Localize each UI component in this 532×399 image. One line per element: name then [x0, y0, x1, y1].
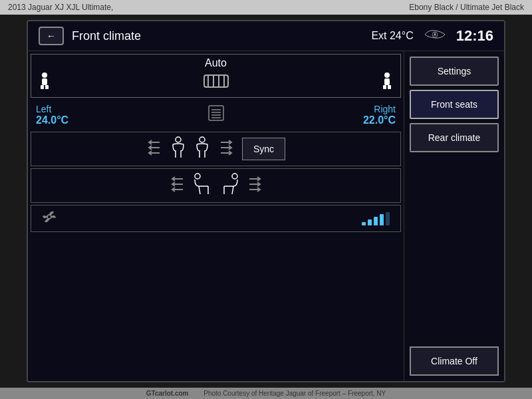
- auto-icons: [35, 72, 396, 93]
- car-subtitle: Ebony Black / Ultimate Jet Black: [409, 3, 524, 12]
- left-seat-icon: [35, 72, 54, 93]
- left-person-upper-icon: [168, 136, 189, 162]
- right-person-lower-icon: [217, 173, 241, 198]
- right-seat-icon: [378, 72, 396, 93]
- svg-rect-13: [388, 85, 391, 89]
- sync-button[interactable]: Sync: [242, 138, 285, 160]
- right-lower-arrows-icon: [244, 176, 263, 195]
- top-info-bar: 2013 Jaguar XJ XJL Ultimate, Ebony Black…: [0, 0, 532, 15]
- settings-button[interactable]: Settings: [410, 57, 499, 86]
- right-temp: Right 22.0°C: [363, 104, 396, 126]
- temperature-row: Left 24.0°C Right: [31, 100, 401, 129]
- screen-title: Front climate: [72, 29, 363, 43]
- right-person-upper-icon: [192, 136, 213, 162]
- svg-rect-11: [384, 78, 390, 85]
- svg-point-1: [42, 72, 47, 78]
- bar-3: [374, 217, 378, 225]
- svg-point-10: [384, 72, 390, 78]
- vent-icon: [203, 74, 229, 91]
- svg-point-31: [232, 174, 237, 179]
- auto-row: Auto: [31, 54, 401, 98]
- left-upper-arrows-icon: [146, 140, 165, 158]
- photo-credit-text: Photo Courtesy of Heritage Jaguar of Fre…: [203, 390, 386, 397]
- sidebar-spacer: [410, 156, 499, 342]
- photo-credit-bar: GTcarlot.com Photo Courtesy of Heritage …: [0, 388, 532, 399]
- svg-point-30: [195, 174, 200, 179]
- fan-row[interactable]: [31, 205, 401, 232]
- svg-rect-4: [45, 85, 49, 89]
- climate-panel: Auto: [28, 51, 404, 381]
- outer-frame: 2013 Jaguar XJ XJL Ultimate, Ebony Black…: [0, 0, 532, 399]
- main-content: Auto: [28, 51, 504, 381]
- lower-airflow-row[interactable]: [31, 168, 401, 203]
- right-upper-arrows-icon: [215, 140, 234, 158]
- auto-label: Auto: [205, 57, 227, 69]
- left-lower-arrows-icon: [170, 176, 188, 195]
- upper-airflow-row[interactable]: Sync: [31, 132, 401, 166]
- svg-rect-2: [42, 78, 47, 85]
- svg-rect-3: [41, 85, 44, 89]
- header-bar: ← Front climate Ext 24°C 12:16: [28, 21, 504, 51]
- clock: 12:16: [456, 27, 493, 45]
- right-sidebar: Settings Front seats Rear climate Climat…: [404, 51, 504, 381]
- car-title: 2013 Jaguar XJ XJL Ultimate,: [8, 3, 113, 12]
- bar-1: [362, 222, 366, 225]
- infotainment-screen: ← Front climate Ext 24°C 12:16 Aut: [27, 20, 505, 382]
- bar-4: [380, 214, 384, 225]
- climate-off-button[interactable]: Climate Off: [410, 346, 499, 376]
- bar-5: [386, 212, 390, 225]
- left-temp: Left 24.0°C: [36, 104, 68, 126]
- jaguar-logo-icon: [422, 27, 448, 45]
- svg-point-22: [176, 137, 181, 142]
- svg-rect-12: [383, 85, 386, 89]
- rear-climate-button[interactable]: Rear climate: [410, 123, 499, 152]
- front-seats-button[interactable]: Front seats: [410, 90, 499, 119]
- fan-icon: [42, 209, 57, 227]
- bar-2: [368, 219, 372, 225]
- gtcarlot-label: GTcarlot.com: [146, 390, 189, 397]
- svg-point-23: [200, 137, 205, 142]
- ext-label: Ext 24°C: [371, 30, 413, 42]
- seat-heater-icon: [206, 103, 226, 126]
- back-button[interactable]: ←: [39, 27, 64, 45]
- left-person-lower-icon: [191, 173, 215, 198]
- fan-speed-bars: [362, 212, 390, 225]
